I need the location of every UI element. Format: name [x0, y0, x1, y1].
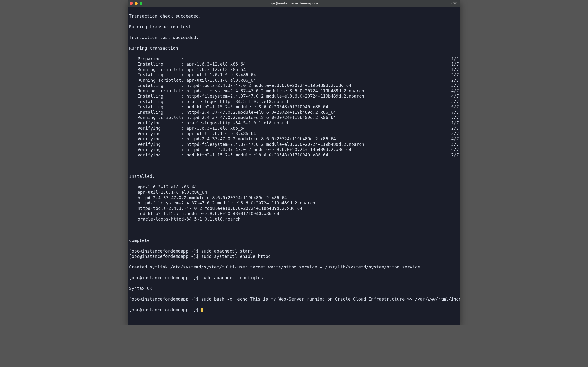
step-count: 3/7: [451, 83, 459, 88]
transaction-step-row: Installing : httpd-2.4.37-47.0.2.module+…: [129, 110, 459, 115]
prompt-text: [opc@instancefordemoapp ~]$: [129, 297, 201, 301]
prompt-text: [opc@instancefordemoapp ~]$: [129, 307, 201, 312]
transaction-step-row: Verifying : apr-1.6.3-12.el8.x86_642/7: [129, 125, 459, 131]
output-line: Transaction test succeeded.: [129, 35, 459, 40]
output-symlink: Created symlink /etc/systemd/system/mult…: [129, 265, 459, 270]
window-shortcut-hint: ⌥⌘1: [450, 2, 458, 5]
step-count: 6/7: [451, 147, 459, 152]
step-count: 3/7: [451, 131, 459, 136]
traffic-lights: [130, 2, 142, 5]
step-count: 2/7: [451, 78, 459, 83]
cursor-icon: [201, 308, 203, 312]
transaction-step-row: Installing : httpd-filesystem-2.4.37-47.…: [129, 93, 459, 99]
step-left: Verifying : httpd-tools-2.4.37-47.0.2.mo…: [132, 147, 351, 152]
step-count: 2/7: [451, 125, 459, 131]
transaction-step-row: Running scriptlet: httpd-filesystem-2.4.…: [129, 88, 459, 94]
step-count: 4/7: [451, 88, 459, 94]
transaction-step-row: Installing : httpd-tools-2.4.37-47.0.2.m…: [129, 83, 459, 88]
output-line: Running transaction test: [129, 24, 459, 30]
step-count: 7/7: [451, 110, 459, 115]
transaction-step-row: Verifying : httpd-2.4.37-47.0.2.module+e…: [129, 136, 459, 142]
step-left: Verifying : oracle-logos-httpd-84.5-1.0.…: [132, 120, 289, 126]
step-left: Installing : oracle-logos-httpd-84.5-1.0…: [132, 99, 289, 104]
step-left: Running scriptlet: httpd-filesystem-2.4.…: [132, 88, 364, 94]
step-count: 4/7: [451, 136, 459, 142]
installed-package: httpd-filesystem-2.4.37-47.0.2.module+el…: [129, 200, 459, 206]
transaction-step-row: Verifying : oracle-logos-httpd-84.5-1.0.…: [129, 120, 459, 126]
step-left: Installing : apr-1.6.3-12.el8.x86_64: [132, 61, 246, 67]
step-count: 7/7: [451, 115, 459, 120]
output-syntax-ok: Syntax OK: [129, 286, 459, 291]
output-line: Running transaction: [129, 46, 459, 51]
step-left: Running scriptlet: httpd-2.4.37-47.0.2.m…: [132, 115, 336, 120]
command-text: sudo systemctl enable httpd: [201, 254, 271, 259]
command-text: sudo apachectl configtest: [201, 275, 266, 280]
output-blank: [129, 227, 459, 233]
prompt-text: [opc@instancefordemoapp ~]$: [129, 249, 201, 254]
installed-package: mod_http2-1.15.7-5.module+el8.6.0+20548+…: [129, 211, 459, 217]
step-count: 2/7: [451, 72, 459, 78]
command-line: [opc@instancefordemoapp ~]$ sudo bash -c…: [129, 297, 459, 302]
step-count: 1/7: [451, 120, 459, 126]
installed-package: apr-1.6.3-12.el8.x86_64: [129, 184, 459, 190]
step-count: 5/7: [451, 99, 459, 104]
step-left: Preparing :: [132, 56, 187, 62]
transaction-step-row: Installing : apr-1.6.3-12.el8.x86_641/7: [129, 61, 459, 67]
step-left: Verifying : apr-1.6.3-12.el8.x86_64: [132, 125, 246, 131]
transaction-step-row: Verifying : apr-util-1.6.1-6.el8.x86_643…: [129, 131, 459, 136]
maximize-icon[interactable]: [139, 2, 142, 5]
minimize-icon[interactable]: [135, 2, 138, 5]
step-left: Installing : apr-util-1.6.1-6.el8.x86_64: [132, 72, 256, 78]
prompt-text: [opc@instancefordemoapp ~]$: [129, 275, 201, 280]
transaction-step-row: Preparing : 1/1: [129, 56, 459, 62]
step-count: 4/7: [451, 93, 459, 99]
command-line: [opc@instancefordemoapp ~]$ sudo systemc…: [129, 254, 459, 259]
step-left: Verifying : apr-util-1.6.1-6.el8.x86_64: [132, 131, 256, 136]
transaction-step-row: Running scriptlet: apr-1.6.3-12.el8.x86_…: [129, 67, 459, 72]
close-icon[interactable]: [130, 2, 133, 5]
titlebar[interactable]: opc@instancefordemoapp:~ ⌥⌘1: [128, 0, 460, 7]
step-count: 6/7: [451, 104, 459, 110]
installed-package: apr-util-1.6.1-6.el8.x86_64: [129, 190, 459, 195]
installed-package: httpd-tools-2.4.37-47.0.2.module+el8.6.0…: [129, 206, 459, 211]
step-left: Verifying : mod_http2-1.15.7-5.module+el…: [132, 152, 328, 158]
step-count: 1/7: [451, 67, 459, 72]
step-left: Installing : httpd-2.4.37-47.0.2.module+…: [132, 110, 336, 115]
step-count: 7/7: [451, 152, 459, 158]
command-text: sudo bash -c 'echo This is my Web-Server…: [201, 297, 460, 301]
transaction-step-row: Installing : mod_http2-1.15.7-5.module+e…: [129, 104, 459, 110]
installed-package: oracle-logos-httpd-84.5-1.0.1.el8.noarch: [129, 217, 459, 222]
transaction-step-row: Running scriptlet: apr-util-1.6.1-6.el8.…: [129, 78, 459, 83]
window-title: opc@instancefordemoapp:~: [128, 1, 460, 5]
step-left: Installing : httpd-filesystem-2.4.37-47.…: [132, 93, 364, 99]
output-complete: Complete!: [129, 238, 459, 243]
prompt-text: [opc@instancefordemoapp ~]$: [129, 254, 201, 259]
step-count: 5/7: [451, 142, 459, 147]
step-left: Verifying : httpd-filesystem-2.4.37-47.0…: [132, 142, 364, 147]
command-line: [opc@instancefordemoapp ~]$ sudo apachec…: [129, 275, 459, 281]
step-count: 1/7: [451, 61, 459, 67]
step-left: Installing : httpd-tools-2.4.37-47.0.2.m…: [132, 83, 351, 88]
installed-header: Installed:: [129, 174, 459, 179]
step-left: Running scriptlet: apr-util-1.6.1-6.el8.…: [132, 78, 256, 83]
output-blank: [129, 163, 459, 168]
command-text: sudo apachectl start: [201, 249, 253, 254]
transaction-step-row: Verifying : httpd-tools-2.4.37-47.0.2.mo…: [129, 147, 459, 152]
output-line: Transaction check succeeded.: [129, 14, 459, 19]
transaction-step-row: Installing : oracle-logos-httpd-84.5-1.0…: [129, 99, 459, 104]
transaction-step-row: Verifying : httpd-filesystem-2.4.37-47.0…: [129, 142, 459, 147]
transaction-step-row: Running scriptlet: httpd-2.4.37-47.0.2.m…: [129, 115, 459, 120]
terminal-window: opc@instancefordemoapp:~ ⌥⌘1 Transaction…: [128, 0, 460, 325]
step-left: Running scriptlet: apr-1.6.3-12.el8.x86_…: [132, 67, 246, 72]
step-left: Verifying : httpd-2.4.37-47.0.2.module+e…: [132, 136, 336, 142]
shell-prompt[interactable]: [opc@instancefordemoapp ~]$: [129, 307, 459, 313]
transaction-step-row: Verifying : mod_http2-1.15.7-5.module+el…: [129, 152, 459, 158]
step-left: Installing : mod_http2-1.15.7-5.module+e…: [132, 104, 328, 110]
step-count: 1/1: [451, 56, 459, 62]
installed-package: httpd-2.4.37-47.0.2.module+el8.6.0+20724…: [129, 195, 459, 200]
terminal-body[interactable]: Transaction check succeeded. Running tra…: [128, 7, 460, 325]
command-line: [opc@instancefordemoapp ~]$ sudo apachec…: [129, 249, 459, 254]
transaction-step-row: Installing : apr-util-1.6.1-6.el8.x86_64…: [129, 72, 459, 78]
